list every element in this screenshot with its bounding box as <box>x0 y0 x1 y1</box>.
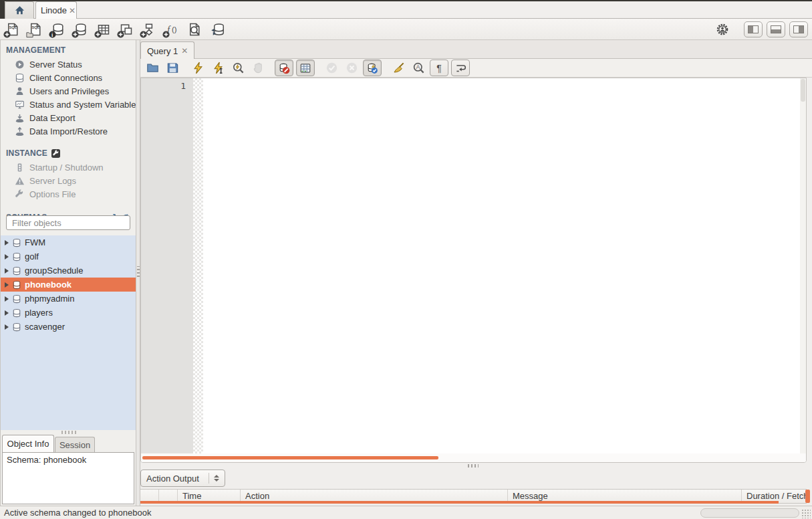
chevron-down-icon[interactable] <box>214 479 219 482</box>
find-button[interactable] <box>410 60 427 76</box>
create-function-button[interactable] <box>163 21 180 37</box>
sidebar-item-server-logs[interactable]: Server Logs <box>1 174 136 187</box>
schema-row-fwm[interactable]: FWM <box>1 235 136 249</box>
reconnect-dbms-button[interactable] <box>209 21 226 37</box>
output-vertical-scrollbar-thumb[interactable] <box>805 490 810 503</box>
save-script-button[interactable] <box>164 60 181 76</box>
create-table-button[interactable] <box>95 21 112 37</box>
administrator-icon[interactable] <box>716 23 729 36</box>
main-toolbar <box>0 19 812 40</box>
sidebar-item-users-privileges[interactable]: Users and Privileges <box>1 84 136 98</box>
execute-query-button[interactable] <box>189 60 207 76</box>
output-splitter[interactable] <box>140 463 812 468</box>
bottom-panel-icon <box>771 25 781 33</box>
expander-icon[interactable] <box>5 240 9 245</box>
open-sql-script-button[interactable] <box>27 21 44 37</box>
toggle-bottom-panel-button[interactable] <box>767 21 785 37</box>
editor-horizontal-scrollbar[interactable] <box>141 453 807 462</box>
chevron-up-icon[interactable] <box>214 475 219 478</box>
schema-icon <box>12 308 21 318</box>
schema-row-phpmyadmin[interactable]: phpmyadmin <box>1 292 136 306</box>
sidebar-item-startup-shutdown[interactable]: Startup / Shutdown <box>1 161 136 174</box>
expander-icon[interactable] <box>5 310 9 316</box>
schema-row-phonebook[interactable]: phonebook <box>1 278 136 292</box>
editor-vertical-scrollbar[interactable] <box>800 78 806 454</box>
window-left-edge <box>0 0 5 19</box>
output-panel: Action Output Time Action Message Durati… <box>140 468 812 506</box>
create-schema-button[interactable] <box>72 21 90 37</box>
sidebar: MANAGEMENT Server Status Client Connecti… <box>0 40 136 506</box>
expander-icon[interactable] <box>5 296 9 302</box>
editor-content[interactable] <box>203 78 800 454</box>
toggle-left-panel-button[interactable] <box>744 21 763 37</box>
sidebar-item-client-connections[interactable]: Client Connections <box>1 71 136 84</box>
inspect-database-button[interactable] <box>49 21 67 37</box>
status-bar: Active schema changed to phonebook <box>0 506 812 519</box>
stop-on-error-toggle[interactable] <box>275 60 293 76</box>
instance-section-title: INSTANCE <box>1 143 136 161</box>
sidebar-item-options-file[interactable]: Options File <box>1 187 136 201</box>
schema-filter-box <box>6 215 130 230</box>
connection-tabbar: Linode ✕ <box>0 0 812 19</box>
schema-icon <box>12 238 21 247</box>
scrollbar-thumb[interactable] <box>801 79 805 102</box>
expander-icon[interactable] <box>5 324 9 330</box>
expander-icon[interactable] <box>5 282 9 288</box>
sql-editor[interactable]: 1 <box>140 78 807 463</box>
new-sql-tab-button[interactable] <box>4 21 21 37</box>
expander-icon[interactable] <box>5 268 9 274</box>
tab-session[interactable]: Session <box>55 437 95 452</box>
schema-row-players[interactable]: players <box>1 306 136 320</box>
code-fold-margin <box>193 78 203 454</box>
create-procedure-button[interactable] <box>140 21 158 37</box>
info-panel-splitter[interactable] <box>1 430 136 435</box>
server-status-icon <box>15 60 25 70</box>
expander-icon[interactable] <box>5 254 9 260</box>
scrollbar-thumb[interactable] <box>142 456 438 459</box>
limit-rows-toggle[interactable] <box>296 60 315 76</box>
client-connections-icon <box>15 73 25 83</box>
search-table-data-button[interactable] <box>186 21 203 37</box>
toolbar-right-group <box>716 21 808 37</box>
stop-query-button <box>249 60 267 76</box>
system-variables-icon <box>15 100 25 110</box>
sidebar-item-system-variables[interactable]: Status and System Variables <box>1 98 136 111</box>
data-import-icon <box>15 126 25 136</box>
sidebar-item-data-import[interactable]: Data Import/Restore <box>1 124 136 138</box>
left-panel-icon <box>748 25 759 33</box>
execute-current-statement-button[interactable] <box>209 60 227 76</box>
wrap-text-toggle[interactable] <box>451 60 470 76</box>
toggle-right-panel-button[interactable] <box>789 21 808 37</box>
create-view-button[interactable] <box>118 21 135 37</box>
beautify-script-button[interactable] <box>390 60 407 76</box>
commit-button <box>323 60 340 76</box>
tab-object-info[interactable]: Object Info <box>2 435 54 452</box>
schema-filter-input[interactable] <box>12 218 130 228</box>
instance-wrench-icon <box>51 149 60 158</box>
resize-grip[interactable] <box>801 509 811 518</box>
home-tab[interactable] <box>5 1 34 19</box>
sidebar-splitter[interactable] <box>136 40 140 506</box>
autocommit-toggle[interactable] <box>363 60 382 76</box>
object-info-panel: Schema: phonebook <box>2 452 134 504</box>
schema-row-scavenger[interactable]: scavenger <box>1 320 136 334</box>
window-top-edge <box>0 0 812 1</box>
info-tabs: Object Info Session <box>1 435 136 452</box>
sidebar-item-server-status[interactable]: Server Status <box>1 58 136 71</box>
sidebar-item-data-export[interactable]: Data Export <box>1 111 136 124</box>
output-view-label: Action Output <box>146 474 199 484</box>
explain-query-button[interactable] <box>229 60 247 76</box>
output-view-selector[interactable]: Action Output <box>140 470 225 487</box>
open-file-button[interactable] <box>144 60 161 76</box>
schema-row-groupschedule[interactable]: groupSchedule <box>1 264 136 278</box>
connection-tab-linode[interactable]: Linode ✕ <box>35 1 77 19</box>
options-file-icon <box>15 189 25 199</box>
close-icon[interactable]: ✕ <box>181 47 188 55</box>
schema-row-golf[interactable]: golf <box>1 249 136 264</box>
rollback-button <box>343 60 360 76</box>
startup-shutdown-icon <box>15 163 25 173</box>
query-tab-1[interactable]: Query 1 ✕ <box>140 41 194 60</box>
show-invisibles-toggle[interactable]: ¶ <box>430 60 448 76</box>
close-icon[interactable]: ✕ <box>69 7 76 15</box>
output-horizontal-scrollbar-thumb[interactable] <box>140 501 779 504</box>
